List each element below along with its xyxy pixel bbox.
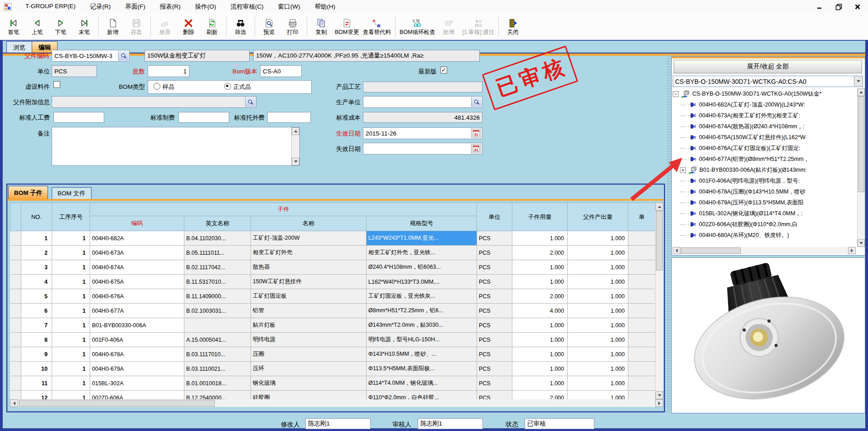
table-cell[interactable]: 1.000	[568, 347, 628, 362]
row-selector[interactable]	[10, 333, 21, 347]
table-cell[interactable]: 004H0-682A	[90, 231, 184, 246]
table-cell[interactable]: A.15.0005041...	[184, 333, 251, 347]
scroll-thumb[interactable]	[656, 211, 663, 271]
table-cell[interactable]: Φ113.5*H5MM,表面阳极...	[366, 362, 477, 376]
print-button[interactable]: 打印	[281, 15, 304, 39]
prod-unit-field[interactable]	[363, 96, 482, 108]
table-horizontal-scrollbar[interactable]	[10, 399, 663, 407]
tab-browse[interactable]: 浏览	[6, 41, 32, 53]
tree-node-11[interactable]: 015BL-302A(钢化玻璃)(Ø114*T4.0MM，:	[673, 208, 863, 219]
table-cell[interactable]: 1	[52, 231, 90, 246]
row-selector[interactable]	[10, 231, 21, 246]
table-cell[interactable]: 9	[21, 347, 52, 362]
copy-button[interactable]: 复制	[309, 15, 333, 39]
tree-horizontal-scrollbar[interactable]	[673, 247, 856, 254]
table-cell[interactable]: B.02.1003031...	[184, 304, 251, 318]
bom-loop-button[interactable]: 1BOM循环检查	[398, 15, 437, 39]
table-vertical-scrollbar[interactable]	[655, 203, 663, 399]
table-cell[interactable]: 001F0-406A	[90, 333, 184, 347]
column-header[interactable]: 英文名称	[184, 216, 251, 231]
table-cell[interactable]: B.03.1110021...	[184, 362, 251, 376]
menu-item-1[interactable]: 记录(R)	[83, 1, 118, 13]
nav-last-button[interactable]: 末笔	[72, 15, 96, 39]
table-cell[interactable]: B.11.5317010...	[184, 275, 251, 289]
column-header[interactable]: 单位	[477, 203, 512, 231]
scroll-right-icon[interactable]	[655, 399, 663, 407]
tree-node-12[interactable]: 002Z0-606A(硅胶圈)(Φ110*Φ2.0mm,白	[673, 219, 863, 230]
table-cell[interactable]: 1	[21, 231, 52, 246]
table-cell[interactable]: 1.000	[512, 275, 568, 289]
table-cell[interactable]: 散热器	[251, 260, 366, 275]
table-cell[interactable]: 相变工矿灯外壳，亚光铁...	[366, 246, 477, 260]
tree-node-3[interactable]: 004H0-674A(散热器)(Ø240.4*H108mm，:	[673, 121, 863, 132]
table-cell[interactable]: 1.000	[568, 289, 628, 304]
table-cell[interactable]: PCS	[477, 376, 512, 391]
table-cell[interactable]: 8	[21, 333, 52, 347]
table-cell[interactable]: Φ110*Φ2.0mm，白色硅胶...	[366, 391, 477, 400]
table-cell[interactable]: 004H0-677A	[90, 304, 184, 318]
filter-button[interactable]: 筛选	[229, 15, 252, 39]
table-cell[interactable]: B.02.1117042...	[184, 260, 251, 275]
table-cell[interactable]: 1.000	[568, 246, 628, 260]
row-selector[interactable]	[10, 376, 21, 391]
table-cell[interactable]: 压圈	[251, 347, 366, 362]
scroll-down-icon[interactable]	[858, 239, 865, 247]
table-cell[interactable]: 004H0-673A	[90, 246, 184, 260]
collapse-icon[interactable]: −	[673, 91, 679, 97]
table-cell[interactable]: 1.000	[512, 333, 568, 347]
table-cell[interactable]: 硅胶圈	[251, 391, 366, 400]
table-cell[interactable]: PCS	[477, 333, 512, 347]
tree-vertical-scrollbar[interactable]	[857, 88, 865, 247]
table-cell[interactable]: 1	[52, 304, 90, 318]
row-selector[interactable]	[10, 391, 21, 400]
table-cell[interactable]: 压环	[251, 362, 366, 376]
table-cell[interactable]: 1.000	[568, 275, 628, 289]
table-cell[interactable]	[628, 231, 656, 246]
parent-extra-field[interactable]	[52, 96, 256, 108]
table-cell[interactable]: Ø143mm*T2.0mm，贴3030...	[366, 318, 477, 333]
table-cell[interactable]: Ø114*T4.0MM，钢化玻璃...	[366, 376, 477, 391]
table-cell[interactable]: PCS	[477, 231, 512, 246]
table-cell[interactable]: 5	[21, 289, 52, 304]
expire-date-field[interactable]: 31	[363, 143, 482, 155]
table-cell[interactable]: 4	[21, 275, 52, 289]
table-cell[interactable]: B01-BYB00330-006A	[90, 318, 184, 333]
tree-node-9[interactable]: 004H0-678A(压圈)(Φ143*H10.5MM，喷砂	[673, 186, 863, 197]
table-cell[interactable]: 1	[52, 362, 90, 376]
restore-icon[interactable]	[834, 3, 843, 10]
table-cell[interactable]: 015BL-302A	[90, 376, 184, 391]
table-cell[interactable]: 1.000	[568, 231, 628, 246]
tree-node-2[interactable]: 004H0-673A(相变工矿灯外壳)(相变工矿:	[673, 110, 863, 121]
tab-bom-children[interactable]: BOM 子件	[8, 186, 48, 199]
table-cell[interactable]: PCS	[477, 362, 512, 376]
table-cell[interactable]: L243*W243*T1.0MM.亚光...	[366, 231, 477, 246]
bom-type-option-official[interactable]: 正式品	[224, 83, 251, 91]
menu-item-3[interactable]: 报表(R)	[153, 1, 188, 13]
scroll-thumb[interactable]	[681, 247, 741, 254]
row-selector[interactable]	[10, 304, 21, 318]
expire-date-calendar-button[interactable]: 31	[471, 144, 481, 153]
prod-unit-search-button[interactable]	[471, 97, 482, 107]
batch-field[interactable]: 1	[148, 65, 189, 77]
table-cell[interactable]: 002Z0-606A	[90, 391, 184, 400]
table-cell[interactable]	[628, 275, 656, 289]
table-cell[interactable]: 2.000	[512, 391, 568, 400]
table-cell[interactable]: 1.000	[512, 362, 568, 376]
virtual-part-checkbox[interactable]	[53, 81, 60, 88]
remark-scrollbar[interactable]	[291, 127, 299, 165]
table-cell[interactable]: 1	[52, 347, 90, 362]
scroll-right-icon[interactable]	[848, 247, 856, 254]
row-selector[interactable]	[10, 260, 21, 275]
column-header[interactable]: 编码	[90, 216, 184, 231]
column-header[interactable]: 名称	[251, 216, 366, 231]
table-cell[interactable]	[628, 260, 656, 275]
bom-type-option-sample[interactable]: 样品	[154, 83, 174, 91]
column-header[interactable]: 单	[628, 203, 656, 231]
table-cell[interactable]: 1	[52, 391, 90, 400]
table-cell[interactable]: 1.000	[568, 391, 628, 400]
table-cell[interactable]: 1.000	[568, 260, 628, 275]
nav-first-button[interactable]: 首笔	[2, 15, 25, 39]
tree-node-5[interactable]: 004H0-676A(工矿灯固定板)(工矿灯固定:	[673, 143, 863, 154]
std-labor-field[interactable]	[53, 112, 104, 123]
table-cell[interactable]: PCS	[477, 275, 512, 289]
